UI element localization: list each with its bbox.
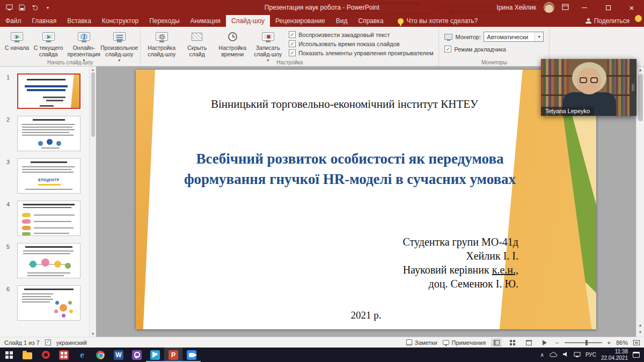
- tray-chevron-icon[interactable]: ∧: [540, 352, 544, 358]
- comments-button[interactable]: Примечания: [443, 339, 486, 346]
- checkbox-play-narrations[interactable]: ✓ Воспроизвести закадровый текст: [289, 31, 433, 38]
- hide-slide-button[interactable]: Скрыть слайд: [179, 28, 215, 58]
- previous-slide-icon[interactable]: ▲: [638, 323, 642, 328]
- share-button[interactable]: Поделиться: [586, 15, 635, 27]
- slide-editor[interactable]: Вінницький торговельно-економічний інсти…: [136, 70, 596, 329]
- online-presentation-button[interactable]: Онлайн-презентация ▾: [66, 28, 101, 64]
- slide-number: 1: [6, 74, 10, 80]
- customize-quick-access-icon[interactable]: ▾: [44, 4, 52, 11]
- feedback-smiley-icon[interactable]: [635, 15, 642, 22]
- tab-file[interactable]: Файл: [0, 15, 27, 27]
- slide-year-text[interactable]: 2021 р.: [136, 309, 596, 321]
- quick-access-toolbar: ▾: [0, 4, 57, 11]
- scroll-up-icon[interactable]: ▲: [638, 68, 642, 72]
- record-monitor-icon: [262, 29, 274, 43]
- scroll-up-icon[interactable]: ▲: [91, 68, 95, 71]
- slideshow-view-button[interactable]: [539, 338, 550, 347]
- zoom-level[interactable]: 86%: [616, 339, 628, 346]
- normal-view-button[interactable]: [491, 338, 502, 347]
- zoom-out-button[interactable]: −: [555, 339, 559, 346]
- start-button[interactable]: [0, 348, 18, 362]
- slide-thumbnail-1[interactable]: 1: [17, 73, 80, 109]
- tab-design[interactable]: Конструктор: [97, 15, 144, 27]
- slide-thumbnail-3[interactable]: 3 ЕПІЦЕНТР: [17, 158, 80, 194]
- slide-thumbnail-4[interactable]: 4: [17, 201, 80, 236]
- reading-view-button[interactable]: [523, 338, 534, 347]
- slide-title-text[interactable]: Всебічний розвиток особистості як переду…: [157, 149, 543, 190]
- thumbnail-scrollbar[interactable]: ▲ ▼: [89, 67, 96, 337]
- close-button[interactable]: ×: [624, 0, 640, 15]
- zoom-in-button[interactable]: +: [608, 339, 611, 346]
- file-explorer-icon[interactable]: [18, 348, 36, 362]
- ribbon-display-options-icon[interactable]: [562, 3, 569, 12]
- tab-slideshow[interactable]: Слайд-шоу: [226, 15, 270, 27]
- save-icon[interactable]: [18, 4, 26, 11]
- tab-transitions[interactable]: Переходы: [144, 15, 185, 27]
- glasses-icon: [590, 77, 598, 83]
- tab-view[interactable]: Вид: [331, 15, 353, 27]
- next-slide-icon[interactable]: ▼: [638, 330, 642, 335]
- slide-thumbnail-6[interactable]: 6: [17, 285, 80, 321]
- tell-me-box[interactable]: Что вы хотите сделать?: [398, 15, 478, 27]
- slide-number: 4: [6, 201, 10, 208]
- tab-help[interactable]: Справка: [353, 15, 389, 27]
- checkbox-show-media-controls[interactable]: ✓ Показать элементы управления проигрыва…: [289, 49, 433, 56]
- vertical-scrollbar[interactable]: ▲ ▲ ▼: [636, 67, 644, 337]
- scrollbar-thumb[interactable]: [91, 72, 95, 137]
- from-beginning-button[interactable]: С начала: [3, 28, 31, 52]
- telegram-icon[interactable]: [146, 348, 164, 362]
- chrome-icon[interactable]: [91, 348, 109, 362]
- tab-animations[interactable]: Анимация: [185, 15, 226, 27]
- slide-author-block[interactable]: Студентка групи МО-41д Хейлик І. І. Наук…: [403, 235, 519, 291]
- taskbar-clock[interactable]: 11:38 22.04.2021: [601, 349, 628, 361]
- scrollbar-thumb[interactable]: [638, 74, 643, 121]
- scroll-down-icon[interactable]: ▼: [91, 332, 95, 336]
- undo-icon[interactable]: [31, 4, 39, 11]
- list-monitor-icon: [113, 29, 126, 43]
- checkbox-checked-icon: ✓: [289, 49, 296, 56]
- language-button[interactable]: украинский: [56, 339, 87, 346]
- from-current-slide-button[interactable]: С текущего слайда: [31, 28, 66, 58]
- record-slideshow-button[interactable]: Записать слайд-шоу ▾: [250, 28, 286, 64]
- viber-icon[interactable]: [128, 348, 146, 362]
- checkbox-checked-icon: ✓: [444, 46, 451, 53]
- notes-button[interactable]: Заметки: [406, 339, 437, 346]
- slide-institute-text[interactable]: Вінницький торговельно-економічний інсти…: [157, 98, 532, 111]
- zoom-slider[interactable]: [565, 342, 602, 343]
- setup-slideshow-button[interactable]: Настройка слайд-шоу: [144, 28, 179, 58]
- zoom-icon[interactable]: [182, 348, 201, 362]
- opera-icon[interactable]: [36, 348, 55, 362]
- webcam-side-strip[interactable]: [630, 59, 636, 116]
- keyboard-language[interactable]: РУС: [586, 352, 596, 358]
- slide-counter[interactable]: Слайд 1 из 7: [4, 339, 40, 346]
- gear-monitor-icon: [156, 29, 168, 43]
- spell-check-icon[interactable]: [45, 339, 51, 345]
- red-app-icon[interactable]: [55, 348, 73, 362]
- fit-to-window-icon[interactable]: [633, 340, 640, 345]
- speaker-icon[interactable]: [562, 351, 569, 358]
- tab-insert[interactable]: Вставка: [62, 15, 97, 27]
- custom-slideshow-button[interactable]: Произвольное слайд-шоу ▾: [101, 28, 137, 64]
- onedrive-cloud-icon[interactable]: [549, 352, 558, 358]
- rehearse-timings-button[interactable]: Настройка времени: [215, 28, 250, 58]
- checkbox-use-timings[interactable]: ✓ Использовать время показа слайдов: [289, 40, 433, 47]
- slide-sorter-view-button[interactable]: [507, 338, 518, 347]
- monitor-icon: [444, 34, 452, 40]
- network-icon[interactable]: [574, 352, 581, 358]
- tab-home[interactable]: Главная: [27, 15, 62, 27]
- slide-thumbnail-2[interactable]: 2: [17, 116, 80, 151]
- webcam-overlay[interactable]: Tetyana Lepeyko: [541, 59, 636, 116]
- word-icon[interactable]: W: [109, 348, 128, 362]
- user-avatar[interactable]: [544, 2, 554, 13]
- monitor-dropdown[interactable]: Автоматически ▾: [484, 32, 544, 42]
- action-center-icon[interactable]: [633, 352, 640, 358]
- presentation-icon[interactable]: [5, 4, 13, 11]
- zoom-slider-thumb[interactable]: [586, 340, 588, 345]
- minimize-button[interactable]: [576, 0, 592, 15]
- checkbox-presenter-view[interactable]: ✓ Режим докладчика: [444, 46, 544, 53]
- tab-review[interactable]: Рецензирование: [270, 15, 331, 27]
- maximize-button[interactable]: [600, 0, 616, 15]
- powerpoint-icon[interactable]: P: [164, 348, 182, 362]
- edge-icon[interactable]: e: [73, 348, 91, 362]
- slide-thumbnail-5[interactable]: 5: [17, 243, 80, 278]
